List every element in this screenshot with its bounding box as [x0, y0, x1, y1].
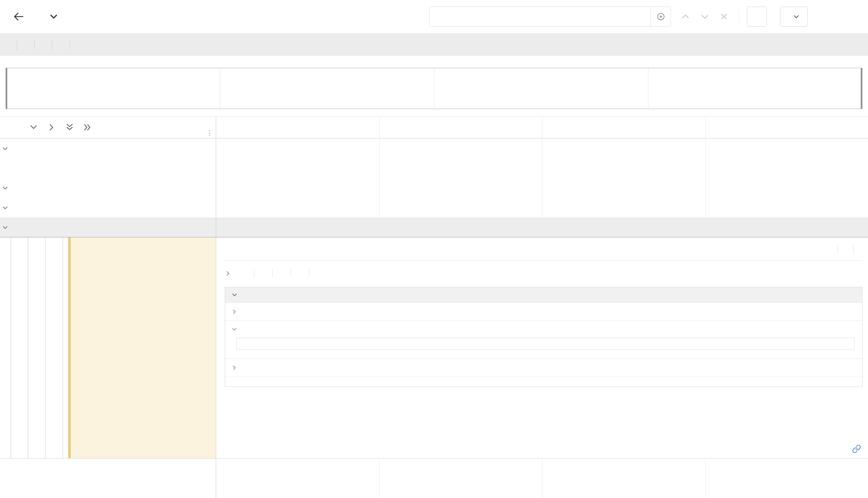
tags-toggle[interactable]	[225, 269, 862, 278]
minimap-axis	[0, 56, 868, 68]
span-track[interactable]	[216, 138, 868, 158]
span-track[interactable]	[216, 478, 868, 498]
expand-one-icon[interactable]	[47, 123, 56, 132]
minimap-gridline	[220, 68, 220, 109]
find-match-icon[interactable]	[651, 7, 671, 27]
tag-item	[279, 269, 284, 278]
span-tree-item[interactable]	[0, 198, 216, 217]
chevron-down-icon	[231, 292, 238, 298]
trace-view-selector[interactable]	[780, 7, 808, 27]
span-id-row	[845, 444, 861, 453]
span-row[interactable]	[0, 478, 868, 498]
arrow-left-icon	[12, 10, 25, 23]
divider	[272, 269, 273, 278]
span-track[interactable]	[216, 158, 868, 178]
log-entry[interactable]	[225, 302, 862, 320]
timeline-header	[0, 116, 868, 138]
span-row[interactable]	[0, 459, 868, 478]
log-entry-expanded	[225, 320, 862, 359]
minimap-scrubber-right[interactable]	[861, 68, 862, 109]
span-tree-item[interactable]	[0, 178, 216, 198]
panel-divider[interactable]	[216, 116, 216, 498]
collapse-one-icon[interactable]	[29, 123, 38, 132]
find-input[interactable]	[429, 7, 651, 27]
timeline-header-left	[0, 117, 216, 138]
link-icon[interactable]	[852, 444, 861, 453]
span-row[interactable]	[0, 178, 868, 198]
find-clear-icon[interactable]	[719, 12, 728, 21]
keyboard-shortcuts-button[interactable]	[747, 7, 767, 27]
span-detail-panel	[0, 237, 868, 459]
divider	[291, 269, 291, 278]
indent-guide	[62, 237, 63, 458]
chevron-right-icon	[231, 309, 237, 315]
chevron-down-icon	[793, 13, 800, 20]
tag-item	[297, 269, 303, 278]
service-color-swatch	[10, 464, 13, 473]
expand-all-icon[interactable]	[83, 123, 92, 132]
span-tree-item[interactable]	[0, 217, 216, 237]
service-color-swatch	[10, 223, 13, 232]
back-button[interactable]	[10, 8, 28, 26]
timeline-gridline	[542, 117, 542, 138]
span-detail-indent	[0, 237, 216, 458]
span-detail-card	[216, 237, 868, 458]
divider	[17, 39, 17, 50]
span-tree-item[interactable]	[0, 138, 216, 158]
divider	[254, 269, 254, 278]
span-row[interactable]	[0, 158, 868, 178]
divider	[739, 10, 739, 24]
find-prev-icon[interactable]	[681, 12, 690, 21]
minimap-canvas[interactable]	[6, 68, 862, 109]
span-row[interactable]	[0, 198, 868, 217]
service-color-swatch	[10, 484, 13, 493]
minimap-scrubber-left[interactable]	[6, 68, 7, 109]
divider	[225, 260, 862, 261]
span-row-selected[interactable]	[0, 217, 868, 237]
span-track[interactable]	[216, 198, 868, 217]
service-color-swatch	[10, 203, 13, 212]
indent-guide	[28, 237, 28, 458]
divider	[52, 39, 52, 50]
top-bar	[0, 0, 868, 33]
service-color-swatch	[10, 144, 13, 153]
panel-resize-grip[interactable]	[209, 130, 210, 136]
collapse-all-icon[interactable]	[65, 123, 74, 132]
service-color-swatch	[10, 183, 13, 192]
chevron-down-icon	[231, 326, 237, 332]
span-tree-item[interactable]	[0, 459, 216, 478]
divider	[838, 245, 838, 254]
indent-guide	[45, 237, 46, 458]
span-track[interactable]	[216, 217, 868, 237]
indent-guide	[10, 237, 11, 458]
divider	[70, 39, 70, 50]
minimap-gridline	[434, 68, 434, 109]
span-tree-item[interactable]	[0, 158, 216, 178]
chevron-down-icon[interactable]	[0, 204, 10, 211]
log-entry-toggle[interactable]	[231, 326, 856, 332]
log-fields-table	[236, 338, 854, 350]
span-track[interactable]	[216, 178, 868, 198]
find-cluster	[429, 0, 808, 33]
log-entry[interactable]	[225, 359, 862, 377]
chevron-down-icon[interactable]	[0, 184, 10, 192]
minimap-gridline	[648, 68, 648, 109]
span-track[interactable]	[216, 459, 868, 478]
tag-item	[316, 269, 321, 278]
collapse-title-chevron-icon[interactable]	[48, 11, 60, 22]
divider	[853, 245, 853, 254]
timeline-gridline	[705, 117, 706, 138]
span-rows	[0, 138, 868, 498]
chevron-right-icon	[225, 270, 231, 277]
span-tree-item[interactable]	[0, 478, 216, 498]
span-color-stripe	[68, 237, 71, 458]
tag-item	[242, 269, 248, 278]
span-row[interactable]	[0, 138, 868, 158]
logs-toggle[interactable]	[225, 287, 862, 302]
chevron-down-icon[interactable]	[0, 145, 10, 152]
log-field-key	[237, 338, 323, 350]
divider	[34, 39, 35, 50]
chevron-right-icon	[231, 365, 237, 371]
chevron-down-icon[interactable]	[0, 224, 10, 231]
find-next-icon[interactable]	[700, 12, 710, 21]
